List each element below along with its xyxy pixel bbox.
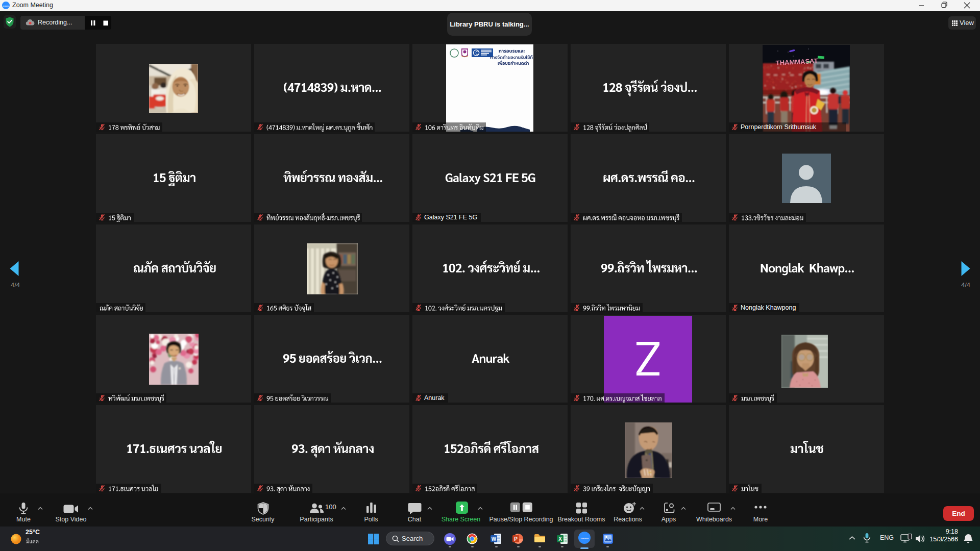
svg-text:W: W <box>492 536 497 542</box>
svg-text:z: z <box>971 534 973 538</box>
svg-text:zoom: zoom <box>580 536 589 540</box>
svg-text:zoom: zoom <box>3 5 9 7</box>
svg-text:P: P <box>514 536 518 542</box>
svg-text:X: X <box>558 536 562 542</box>
